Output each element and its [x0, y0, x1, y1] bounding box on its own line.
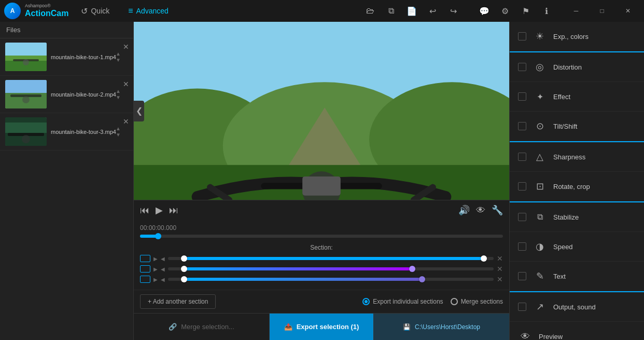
panel-item-sharpness[interactable]: △ Sharpness: [510, 141, 644, 172]
file-reorder-arrows[interactable]: ▲ ▼: [116, 126, 121, 138]
svg-point-12: [22, 135, 30, 143]
file-remove-button[interactable]: ✕: [123, 117, 129, 126]
panel-item-text[interactable]: ✎ Text: [510, 262, 644, 291]
document-button[interactable]: 📄: [402, 2, 421, 20]
panel-item-exp-colors[interactable]: ☀ Exp., colors: [510, 22, 644, 51]
file-up-arrow[interactable]: ▲: [116, 51, 121, 57]
panel-label-effect: Effect: [553, 93, 570, 101]
svg-rect-5: [5, 80, 47, 93]
panel-checkbox-rotate-crop[interactable]: [518, 182, 526, 191]
open-folder-button[interactable]: 🗁: [361, 2, 380, 20]
section-remove-button[interactable]: ✕: [497, 254, 503, 263]
timeline-thumb[interactable]: [155, 233, 161, 239]
panel-checkbox-speed[interactable]: [518, 242, 526, 251]
panel-item-rotate-crop[interactable]: ⊡ Rotate, crop: [510, 172, 644, 201]
redo-button[interactable]: ↪: [444, 2, 463, 20]
list-item[interactable]: mountain-bike-tour-3.mp4 ▲ ▼ ✕: [0, 113, 133, 151]
file-down-arrow[interactable]: ▼: [116, 95, 121, 100]
output-path-button[interactable]: 💾 C:\Users\Horst\Desktop: [373, 314, 509, 340]
eye-button[interactable]: 👁: [476, 205, 485, 216]
merge-sections-option[interactable]: Merge sections: [451, 298, 503, 305]
file-down-arrow[interactable]: ▼: [116, 132, 121, 138]
panel-checkbox-stabilize[interactable]: [518, 213, 526, 221]
section-expand-right[interactable]: ▶: [153, 266, 158, 272]
nav-advanced-button[interactable]: ≡ Advanced: [124, 4, 173, 18]
timeline-track[interactable]: [140, 235, 503, 238]
panel-checkbox-sharpness[interactable]: [518, 153, 526, 161]
undo-button[interactable]: ↩: [423, 2, 442, 20]
merge-label: Merge selection...: [181, 323, 234, 331]
panel-checkbox-text[interactable]: [518, 272, 526, 280]
file-thumbnail: [5, 80, 47, 108]
panel-checkbox-output-sound[interactable]: [518, 303, 526, 311]
section-remove-button[interactable]: ✕: [497, 275, 503, 283]
panel-item-tilt-shift[interactable]: ⊙ Tilt/Shift: [510, 112, 644, 141]
export-individual-option[interactable]: Export individual sections: [362, 298, 443, 305]
nav-quick-button[interactable]: ↺ Quick: [77, 4, 114, 18]
minimize-button[interactable]: ─: [564, 2, 588, 20]
center-panel: ❮ ⏮ ▶ ⏭ 🔊 👁 🔧 00:00:00.000 Section:: [134, 22, 509, 340]
panel-item-speed[interactable]: ◑ Speed: [510, 232, 644, 262]
path-label: C:\Users\Horst\Desktop: [415, 323, 480, 331]
section-slider[interactable]: [168, 257, 494, 260]
panel-checkbox-tilt-shift[interactable]: [518, 122, 526, 130]
close-button[interactable]: ✕: [616, 2, 640, 20]
section-icon[interactable]: [140, 265, 150, 273]
add-section-button[interactable]: + Add another section: [140, 294, 216, 309]
panel-item-preview[interactable]: 👁 Preview: [510, 322, 644, 340]
section-icon[interactable]: [140, 276, 150, 283]
file-reorder-arrows[interactable]: ▲ ▼: [116, 51, 121, 63]
section-icon[interactable]: [140, 255, 150, 262]
next-frame-button[interactable]: ⏭: [169, 205, 178, 216]
section-handle-right[interactable]: [481, 255, 487, 262]
section-handle-left[interactable]: [181, 266, 187, 272]
export-selection-button[interactable]: 📤 Export selection (1): [270, 314, 373, 340]
file-remove-button[interactable]: ✕: [123, 80, 129, 88]
merge-sections-radio[interactable]: [451, 298, 458, 305]
file-thumbnail: [5, 43, 47, 71]
maximize-button[interactable]: □: [590, 2, 614, 20]
section-slider[interactable]: [168, 267, 494, 270]
play-button[interactable]: ▶: [156, 205, 163, 216]
section-expand-left[interactable]: ◀: [161, 256, 165, 262]
export-individual-radio[interactable]: [362, 298, 370, 305]
section-handle-right[interactable]: [409, 266, 415, 272]
panel-item-effect[interactable]: ✦ Effect: [510, 82, 644, 112]
file-up-arrow[interactable]: ▲: [116, 89, 121, 94]
info-button[interactable]: ℹ: [537, 2, 556, 20]
panel-label-text: Text: [553, 273, 566, 280]
panel-item-distortion[interactable]: ◎ Distortion: [510, 51, 644, 82]
file-down-arrow[interactable]: ▼: [116, 58, 121, 63]
section-handle-right[interactable]: [419, 276, 425, 282]
panel-checkbox-distortion[interactable]: [518, 63, 526, 71]
panel-label-stabilize: Stabilize: [553, 213, 579, 221]
list-item[interactable]: mountain-bike-tour-1.mp4 ▲ ▼ ✕: [0, 38, 133, 76]
video-player[interactable]: ❮: [134, 22, 509, 200]
panel-checkbox-effect[interactable]: [518, 92, 526, 101]
file-up-arrow[interactable]: ▲: [116, 126, 121, 131]
volume-button[interactable]: 🔊: [458, 205, 470, 216]
file-reorder-arrows[interactable]: ▲ ▼: [116, 89, 121, 100]
section-handle-left[interactable]: [181, 276, 187, 282]
panel-item-stabilize[interactable]: ⧉ Stabilize: [510, 201, 644, 232]
section-expand-right[interactable]: ▶: [153, 277, 158, 282]
settings-tool-button[interactable]: 🔧: [492, 205, 503, 216]
section-expand-right[interactable]: ▶: [153, 256, 158, 262]
flag-button[interactable]: ⚑: [516, 2, 535, 20]
panel-item-output-sound[interactable]: ↗ Output, sound: [510, 291, 644, 322]
prev-frame-button[interactable]: ⏮: [140, 205, 149, 216]
output-sound-icon: ↗: [533, 300, 547, 314]
panel-checkbox-exp-colors[interactable]: [518, 32, 526, 40]
panel-toggle-button[interactable]: ❮: [134, 101, 144, 121]
list-item[interactable]: mountain-bike-tour-2.mp4 ▲ ▼ ✕: [0, 76, 133, 113]
file-remove-button[interactable]: ✕: [123, 43, 129, 51]
section-remove-button[interactable]: ✕: [497, 265, 503, 273]
section-slider[interactable]: [168, 278, 494, 281]
settings-button[interactable]: ⚙: [496, 2, 514, 20]
chat-button[interactable]: 💬: [475, 2, 494, 20]
section-expand-left[interactable]: ◀: [161, 277, 165, 282]
copy-button[interactable]: ⧉: [382, 2, 400, 20]
section-handle-left[interactable]: [181, 255, 187, 262]
merge-selection-button[interactable]: 🔗 Merge selection...: [134, 314, 270, 340]
section-expand-left[interactable]: ◀: [161, 266, 165, 272]
